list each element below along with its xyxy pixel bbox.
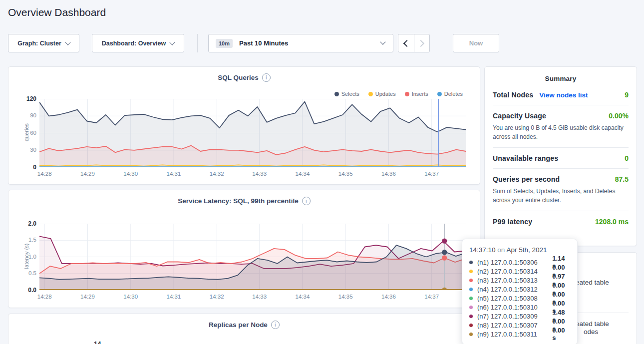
summary-row-total-nodes: Total Nodes View nodes list 9	[493, 84, 629, 105]
y-tick-label: 30	[16, 147, 36, 153]
x-tick-label: 14:37	[421, 171, 443, 177]
time-prev-button[interactable]	[398, 34, 414, 52]
series-dot	[469, 333, 473, 336]
x-tick-label: 14:33	[249, 294, 271, 300]
info-icon[interactable]: i	[262, 73, 271, 82]
event-text-fragment: eated table	[576, 320, 609, 328]
summary-value: 87.5	[615, 175, 629, 183]
chevron-left-icon	[403, 39, 410, 46]
graph-dropdown-label: Graph: Cluster	[17, 40, 61, 47]
summary-value: 0.00%	[609, 112, 629, 120]
node-address: (n1) 127.0.0.1:50306	[477, 259, 552, 266]
summary-row-capacity-usage: Capacity Usage 0.00% You are using 0 B o…	[493, 105, 629, 147]
x-tick-label: 14:32	[206, 171, 228, 177]
series-dot	[469, 297, 473, 300]
y-tick-label: 0.5	[16, 270, 36, 276]
y-tick-label: 120	[16, 95, 36, 102]
time-next-button[interactable]	[414, 34, 430, 52]
dashboard-dropdown[interactable]: Dashboard: Overview	[92, 34, 184, 52]
y-tick-label: 90	[16, 112, 36, 118]
chart-title: SQL Queries	[218, 74, 259, 81]
info-icon[interactable]: i	[302, 197, 311, 205]
series-dot	[469, 288, 473, 291]
chart-canvas[interactable]	[39, 224, 466, 290]
info-icon[interactable]: i	[271, 321, 280, 329]
summary-description: You are using 0 B of 4.5 GiB usable disk…	[493, 123, 629, 141]
time-range-label: Past 10 Minutes	[239, 39, 288, 47]
dashboard-dropdown-label: Dashboard: Overview	[102, 40, 166, 47]
y-tick-label: 1.0	[16, 254, 36, 260]
x-tick-label: 14:30	[120, 171, 142, 177]
legend-dot	[334, 92, 339, 96]
x-tick-label: 14:34	[292, 171, 314, 177]
x-tick-label: 14:30	[120, 294, 142, 300]
tooltip-time: 14:37:10	[469, 246, 496, 254]
x-tick-label: 14:32	[206, 294, 228, 300]
y-tick-label: 0	[16, 164, 36, 171]
x-tick-label: 14:28	[33, 294, 55, 300]
series-dot	[469, 270, 473, 273]
summary-title: Summary	[485, 75, 637, 82]
chart-canvas[interactable]	[39, 99, 466, 167]
summary-label: Capacity Usage	[493, 112, 546, 120]
node-address: (n5) 127.0.0.1:50308	[477, 295, 552, 302]
tooltip-timestamp: 14:37:10 on Apr 5th, 2021	[469, 246, 570, 254]
x-tick-label: 14:36	[377, 294, 399, 300]
chevron-right-icon	[417, 39, 424, 46]
tooltip-preposition: on	[497, 246, 505, 254]
event-text-fragment: odes	[584, 328, 598, 336]
x-tick-label: 14:33	[249, 171, 271, 177]
replicas-per-node-card: Replicas per Node i	[8, 314, 480, 344]
summary-value: 9	[625, 91, 629, 99]
x-tick-label: 14:29	[77, 294, 99, 300]
node-address: (n8) 127.0.0.1:50307	[477, 322, 552, 329]
legend-item-selects[interactable]: Selects	[334, 91, 359, 97]
chevron-down-icon	[380, 39, 385, 44]
node-address: (n3) 127.0.0.1:50313	[477, 277, 552, 284]
y-tick-label: 1.5	[16, 237, 36, 243]
tooltip-date: Apr 5th, 2021	[506, 246, 547, 254]
summary-label: Queries per second	[493, 175, 560, 183]
summary-row-queries-per-second: Queries per second 87.5 Sum of Selects, …	[493, 168, 629, 211]
legend-dot	[368, 92, 373, 96]
x-tick-label: 14:34	[292, 294, 314, 300]
tooltip-row: (n9) 127.0.0.1:503110.00 s	[469, 330, 570, 339]
summary-label: Total Nodes	[493, 91, 533, 99]
view-nodes-list-link[interactable]: View nodes list	[539, 91, 588, 99]
legend-item-inserts[interactable]: Inserts	[405, 91, 428, 97]
series-dot	[469, 315, 473, 318]
summary-description: Sum of Selects, Updates, Inserts, and De…	[493, 187, 629, 205]
chart-title: Service Latency: SQL, 99th percentile	[178, 197, 299, 205]
chart-plot[interactable]	[39, 224, 466, 292]
x-tick-label: 14:31	[163, 294, 185, 300]
series-dot	[469, 306, 473, 309]
legend-item-deletes[interactable]: Deletes	[437, 91, 463, 97]
summary-value: 0	[625, 154, 629, 162]
latency-value: 0.00 s	[552, 327, 570, 342]
time-range-dropdown[interactable]: 10m Past 10 Minutes	[208, 34, 393, 52]
node-address: (n4) 127.0.0.1:50312	[477, 286, 552, 293]
summary-value: 1208.0 ms	[595, 218, 629, 226]
x-tick-label: 14:29	[77, 171, 99, 177]
now-button[interactable]: Now	[453, 34, 499, 52]
legend-label: Updates	[375, 91, 396, 97]
summary-panel: Summary Total Nodes View nodes list 9 Ca…	[484, 66, 637, 246]
chevron-down-icon	[65, 39, 70, 45]
graph-dropdown[interactable]: Graph: Cluster	[8, 34, 79, 52]
summary-row-unavailable-ranges: Unavailable ranges 0	[493, 147, 629, 168]
series-dot	[469, 324, 473, 327]
x-tick-label: 14:35	[334, 171, 356, 177]
legend-label: Inserts	[412, 91, 428, 97]
chart-tooltip: 14:37:10 on Apr 5th, 2021 (n1) 127.0.0.1…	[462, 239, 578, 344]
legend-label: Deletes	[444, 91, 463, 97]
legend-item-updates[interactable]: Updates	[368, 91, 396, 97]
chart-plot[interactable]	[39, 99, 466, 169]
node-address: (n6) 127.0.0.1:50310	[477, 304, 552, 311]
legend-dot	[405, 92, 409, 96]
page-title: Overview Dashboard	[8, 6, 106, 18]
y-tick-label: 0.0	[16, 287, 36, 294]
x-tick-label: 14:28	[33, 171, 55, 177]
node-address: (n9) 127.0.0.1:50311	[477, 331, 552, 338]
x-tick-label: 14:36	[377, 171, 399, 177]
chevron-down-icon	[170, 39, 175, 45]
